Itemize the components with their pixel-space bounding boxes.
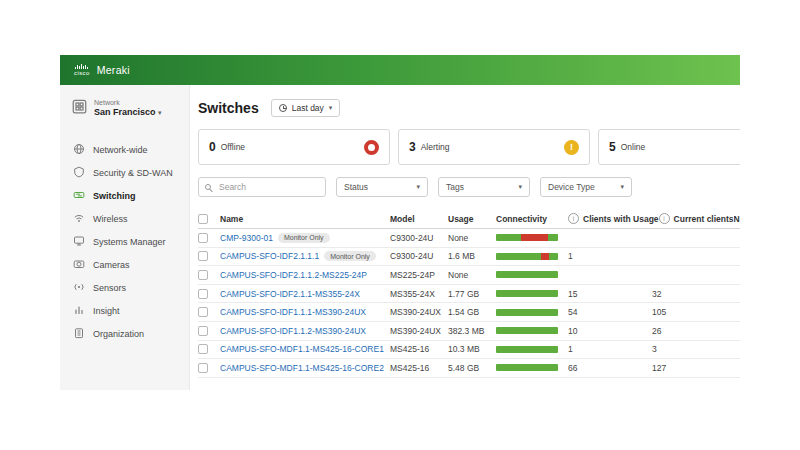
table-row: CMP-9300-01 Monitor Only C9300-24U None bbox=[198, 229, 740, 248]
cisco-wordmark: cisco bbox=[74, 70, 90, 76]
model-cell: C9300-24U bbox=[390, 251, 448, 261]
column-header-clipped[interactable]: N bbox=[734, 214, 740, 224]
camera-icon bbox=[73, 258, 85, 272]
device-link[interactable]: CMP-9300-01 bbox=[220, 233, 273, 243]
row-checkbox[interactable] bbox=[198, 307, 208, 317]
network-grid-icon bbox=[72, 99, 87, 118]
device-link[interactable]: CAMPUS-SFO-IDF2.1.1.2-MS225-24P bbox=[220, 270, 367, 280]
column-header-name[interactable]: Name bbox=[220, 214, 390, 224]
model-cell: MS390-24UX bbox=[390, 307, 448, 317]
column-header-current-clients[interactable]: i Current clients bbox=[659, 213, 734, 224]
clients-with-usage-cell: 66 bbox=[568, 363, 652, 373]
column-header-usage[interactable]: Usage bbox=[448, 214, 496, 224]
clients-with-usage-cell: 1 bbox=[568, 344, 652, 354]
screen: cisco Meraki Network San Francis bbox=[0, 0, 800, 450]
usage-cell: 5.48 GB bbox=[448, 363, 496, 373]
column-header-connectivity[interactable]: Connectivity bbox=[496, 214, 568, 224]
row-checkbox[interactable] bbox=[198, 251, 208, 261]
alerting-label: Alerting bbox=[421, 142, 450, 152]
sidebar-item-network-wide[interactable]: Network-wide bbox=[60, 138, 189, 161]
device-type-filter[interactable]: Device Type ▾ bbox=[540, 177, 632, 197]
chevron-down-icon: ▾ bbox=[329, 104, 333, 112]
filter-bar: Status ▾ Tags ▾ Device Type ▾ bbox=[198, 177, 740, 197]
top-bar: cisco Meraki bbox=[60, 55, 740, 85]
status-filter[interactable]: Status ▾ bbox=[336, 177, 428, 197]
sidebar-item-organization[interactable]: Organization bbox=[60, 322, 189, 345]
table-row: CAMPUS-SFO-IDF1.1.1-MS390-24UX MS390-24U… bbox=[198, 303, 740, 322]
current-clients-cell: 26 bbox=[652, 326, 726, 336]
device-link[interactable]: CAMPUS-SFO-IDF1.1.2-MS390-24UX bbox=[220, 326, 366, 336]
row-checkbox[interactable] bbox=[198, 344, 208, 354]
offline-icon bbox=[364, 140, 379, 155]
row-checkbox[interactable] bbox=[198, 289, 208, 299]
search-box bbox=[198, 177, 326, 197]
clock-icon bbox=[279, 104, 287, 112]
current-clients-cell: 3 bbox=[652, 344, 726, 354]
row-checkbox[interactable] bbox=[198, 233, 208, 243]
chevron-down-icon: ▾ bbox=[158, 109, 162, 116]
globe-icon bbox=[73, 143, 85, 157]
sidebar-item-security-sdwan[interactable]: Security & SD-WAN bbox=[60, 161, 189, 184]
search-icon bbox=[205, 184, 211, 190]
table-header-row: Name Model Usage Connectivity i Clients … bbox=[198, 209, 740, 229]
row-checkbox[interactable] bbox=[198, 326, 208, 336]
network-selector[interactable]: Network San Francisco ▾ bbox=[60, 97, 189, 124]
clients-with-usage-cell: 10 bbox=[568, 326, 652, 336]
model-cell: MS355-24X bbox=[390, 289, 448, 299]
sidebar: Network San Francisco ▾ Network-wide Sec… bbox=[60, 85, 190, 390]
usage-cell: 1.77 GB bbox=[448, 289, 496, 299]
connectivity-bar bbox=[496, 234, 558, 241]
search-input[interactable] bbox=[217, 181, 319, 193]
select-all-checkbox[interactable] bbox=[198, 214, 208, 224]
monitor-icon bbox=[73, 235, 85, 249]
tags-filter[interactable]: Tags ▾ bbox=[438, 177, 530, 197]
device-link[interactable]: CAMPUS-SFO-IDF1.1.1-MS390-24UX bbox=[220, 307, 366, 317]
connectivity-bar bbox=[496, 327, 558, 334]
online-card[interactable]: 5 Online ✓ bbox=[598, 129, 740, 165]
time-range-label: Last day bbox=[292, 103, 324, 113]
sidebar-item-sensors[interactable]: Sensors bbox=[60, 276, 189, 299]
row-checkbox[interactable] bbox=[198, 363, 208, 373]
monitor-only-badge: Monitor Only bbox=[278, 233, 330, 243]
info-icon[interactable]: i bbox=[568, 213, 579, 224]
connectivity-bar bbox=[496, 271, 558, 278]
offline-count: 0 bbox=[209, 140, 216, 154]
device-link[interactable]: CAMPUS-SFO-IDF2.1.1-MS355-24X bbox=[220, 289, 360, 299]
alert-icon: ! bbox=[564, 140, 579, 155]
time-range-dropdown[interactable]: Last day ▾ bbox=[271, 99, 341, 117]
table-row: CAMPUS-SFO-MDF1.1-MS425-16-CORE1 MS425-1… bbox=[198, 341, 740, 360]
column-header-clients-with-usage[interactable]: i Clients with Usage bbox=[568, 213, 659, 224]
table-row: CAMPUS-SFO-IDF2.1.1.1 Monitor Only C9300… bbox=[198, 248, 740, 267]
table-row: CAMPUS-SFO-MDF1.1-MS425-16-CORE2 MS425-1… bbox=[198, 359, 740, 378]
usage-cell: 1.6 MB bbox=[448, 251, 496, 261]
sidebar-item-switching[interactable]: Switching bbox=[60, 184, 189, 207]
clients-with-usage-cell: 1 bbox=[568, 251, 652, 261]
device-link[interactable]: CAMPUS-SFO-MDF1.1-MS425-16-CORE1 bbox=[220, 344, 384, 354]
info-icon[interactable]: i bbox=[659, 213, 670, 224]
alerting-card[interactable]: 3 Alerting ! bbox=[398, 129, 590, 165]
building-icon bbox=[73, 327, 85, 341]
connectivity-bar bbox=[496, 346, 558, 353]
row-checkbox[interactable] bbox=[198, 270, 208, 280]
table-row: CAMPUS-SFO-IDF2.1.1-MS355-24X MS355-24X … bbox=[198, 285, 740, 304]
offline-label: Offline bbox=[221, 142, 245, 152]
sidebar-item-systems-manager[interactable]: Systems Manager bbox=[60, 230, 189, 253]
online-label: Online bbox=[621, 142, 646, 152]
column-header-model[interactable]: Model bbox=[390, 214, 448, 224]
connectivity-bar bbox=[496, 253, 558, 260]
device-link[interactable]: CAMPUS-SFO-IDF2.1.1.1 bbox=[220, 251, 319, 261]
model-cell: MS425-16 bbox=[390, 344, 448, 354]
main-content: Switches Last day ▾ 0 Offline 3 bbox=[190, 85, 740, 390]
sidebar-item-insight[interactable]: Insight bbox=[60, 299, 189, 322]
offline-card[interactable]: 0 Offline bbox=[198, 129, 390, 165]
device-link[interactable]: CAMPUS-SFO-MDF1.1-MS425-16-CORE2 bbox=[220, 363, 384, 373]
cisco-bars-icon bbox=[75, 64, 88, 69]
sidebar-item-wireless[interactable]: Wireless bbox=[60, 207, 189, 230]
network-name: San Francisco ▾ bbox=[94, 107, 162, 117]
sidebar-item-cameras[interactable]: Cameras bbox=[60, 253, 189, 276]
switches-table: Name Model Usage Connectivity i Clients … bbox=[198, 209, 740, 378]
table-body: CMP-9300-01 Monitor Only C9300-24U None … bbox=[198, 229, 740, 378]
connectivity-bar bbox=[496, 309, 558, 316]
chevron-down-icon: ▾ bbox=[620, 183, 624, 191]
usage-cell: 10.3 MB bbox=[448, 344, 496, 354]
